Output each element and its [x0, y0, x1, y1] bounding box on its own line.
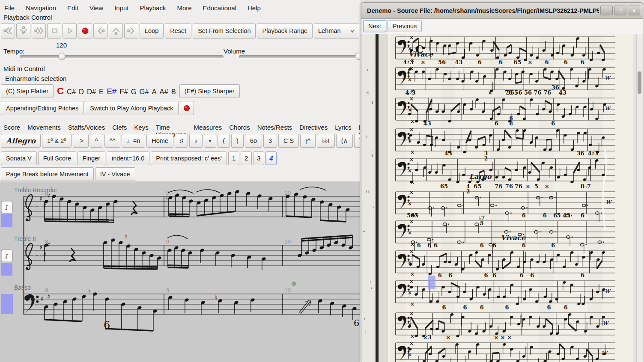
button-full-score[interactable]: Full Score — [38, 151, 76, 165]
menu-item-playback[interactable]: Playback — [140, 4, 166, 10]
midi-record-button[interactable] — [180, 101, 194, 115]
record-button[interactable] — [78, 23, 92, 39]
play-icon — [65, 26, 75, 36]
button-1-2[interactable]: 1º & 2º — [42, 134, 71, 148]
svg-text:5: 5 — [480, 220, 483, 226]
button-indent-16-0[interactable]: indent=16.0 — [107, 151, 149, 165]
button-item[interactable]: ^ — [90, 134, 103, 148]
button-3[interactable]: 3 — [263, 134, 277, 148]
button-2[interactable]: 2 — [241, 151, 252, 165]
button-item[interactable]: ^^ — [104, 134, 121, 148]
menu-item-directives[interactable]: Directives — [299, 124, 328, 131]
appending-editing-pitches-button[interactable]: Appending/Editing Pitches — [1, 101, 83, 115]
volume-slider-thumb[interactable] — [355, 53, 360, 60]
scrollbar-thumb[interactable] — [638, 71, 641, 94]
button-item[interactable]: ♯ — [175, 134, 188, 148]
button-iv-vivace[interactable]: IV - Vivace — [95, 167, 135, 181]
menu-item-time-signatures[interactable]: Time Signatures — [156, 124, 187, 131]
close-button[interactable]: × — [628, 6, 640, 15]
menu-item-educational[interactable]: Educational — [203, 4, 236, 10]
button-item[interactable]: ) — [231, 134, 244, 148]
button-home[interactable]: Home — [146, 134, 173, 148]
menu-item-navigation[interactable]: Navigation — [26, 4, 56, 10]
staff-cursor[interactable] — [1, 294, 13, 314]
menu-item-edit[interactable]: Edit — [67, 4, 78, 10]
menu-item-measures[interactable]: Measures — [194, 124, 222, 131]
button-item[interactable]: ♭ — [189, 134, 203, 148]
record-icon — [80, 26, 90, 36]
button-item[interactable]: (∧ — [336, 134, 353, 148]
menu-item-lyrics[interactable]: Lyrics — [335, 124, 352, 131]
menu-item-view[interactable]: View — [89, 4, 103, 10]
menu-item-score[interactable]: Score — [3, 124, 20, 131]
menu-item-chords[interactable]: Chords — [229, 124, 250, 131]
playback-range-button[interactable]: Playback Range — [257, 23, 313, 39]
button-item[interactable]: )∨ — [354, 134, 360, 148]
next-measure-button[interactable] — [124, 23, 138, 39]
button-item[interactable]: ♭♭! — [317, 134, 335, 148]
menu-item-clefs[interactable]: Clefs — [112, 124, 127, 131]
tempo-slider[interactable] — [20, 55, 224, 58]
staff-cursor[interactable] — [1, 263, 12, 276]
step-flatter-button[interactable]: (C) Step Flatter — [1, 84, 54, 98]
score-svg: Treble Recorder8910‹♯♯♯♪Treble II8910‹♯♯… — [0, 181, 360, 362]
playback-device-dropdown[interactable]: Lehman — [314, 23, 359, 39]
button-1[interactable]: 1 — [228, 151, 239, 165]
svg-text:6: 6 — [417, 242, 421, 249]
step-sharper-button[interactable]: (E#) Step Sharper — [179, 84, 240, 98]
tempo-slider-thumb[interactable] — [58, 53, 66, 60]
volume-slider[interactable] — [239, 55, 360, 58]
previous-measure-button[interactable] — [93, 23, 107, 39]
menu-item-notes-rests[interactable]: Notes/Rests — [257, 124, 292, 131]
button-allegro[interactable]: Allegro — [1, 134, 41, 148]
ffwd-icon — [34, 26, 44, 36]
forward-to-end-button[interactable] — [32, 23, 46, 39]
menu-item-staffs-voices[interactable]: Staffs/Voices — [68, 124, 105, 131]
move-up-staff-button[interactable] — [109, 23, 123, 39]
button-finger[interactable]: Finger — [78, 151, 105, 165]
button-item[interactable]: ( — [218, 134, 230, 148]
button-6o[interactable]: 6o — [245, 134, 262, 148]
menu-item-input[interactable]: Input — [114, 4, 128, 10]
button-item[interactable]: -> — [73, 134, 89, 148]
rewind-to-start-button[interactable] — [1, 23, 15, 39]
menu-item-keys[interactable]: Keys — [134, 124, 148, 131]
stop-button[interactable] — [47, 23, 61, 39]
play-button[interactable] — [63, 23, 77, 39]
menu-item-more[interactable]: More — [177, 4, 191, 10]
loop-button[interactable]: Loop — [140, 23, 164, 39]
button-n[interactable]: ♩=n — [122, 134, 145, 148]
svg-text:×: × — [409, 341, 414, 347]
button-item[interactable]: • — [204, 134, 216, 148]
button-item[interactable]: ɼ^ — [300, 134, 316, 148]
menu-item-movements[interactable]: Movements — [27, 124, 61, 131]
button-next[interactable]: Next — [363, 20, 386, 32]
svg-text:w: w — [605, 286, 611, 294]
staff-cursor[interactable] — [1, 214, 12, 227]
source-window-titlebar[interactable]: Denemo - Source File: /home/rshann/music… — [361, 3, 643, 19]
switch-play-along-button[interactable]: Switch to Play Along Playback — [85, 101, 178, 115]
button-c-s[interactable]: C S — [278, 134, 299, 148]
button-print-transposed-c-ees[interactable]: Print transposed: c' ees' — [151, 151, 227, 165]
minimize-button[interactable]: – — [600, 6, 613, 15]
button-4[interactable]: 4 — [265, 151, 277, 165]
menu-item-help[interactable]: Help — [247, 4, 261, 10]
button-page-break-before-movement[interactable]: Page Break before Movement — [1, 167, 94, 181]
menu-item-notation-magick[interactable]: Notation Magick — [359, 124, 360, 131]
note-name-e: E# — [107, 87, 116, 96]
source-link-highlight[interactable] — [428, 276, 435, 289]
svg-text:6: 6 — [480, 242, 484, 249]
set-from-selection-button[interactable]: Set From Selection — [193, 23, 256, 39]
score-canvas[interactable]: Treble Recorder8910‹♯♯♯♪Treble II8910‹♯♯… — [0, 181, 360, 362]
move-down-staff-button[interactable] — [16, 23, 30, 39]
svg-text:w: w — [602, 318, 609, 326]
playback-toolbar: Loop Reset Set From Selection Playback R… — [0, 22, 360, 41]
menu-item-file[interactable]: File — [4, 4, 15, 10]
scrollbar[interactable] — [636, 34, 643, 362]
button-previous[interactable]: Previous — [388, 20, 422, 32]
reset-button[interactable]: Reset — [165, 23, 191, 39]
source-page-view[interactable]: ×××C66Vivace×××4♯3×56436665×666w×××4♯3×5… — [361, 34, 643, 362]
button-sonata-v[interactable]: Sonata V — [1, 151, 37, 165]
button-3[interactable]: 3 — [253, 151, 264, 165]
maximize-button[interactable]: □ — [614, 6, 626, 15]
